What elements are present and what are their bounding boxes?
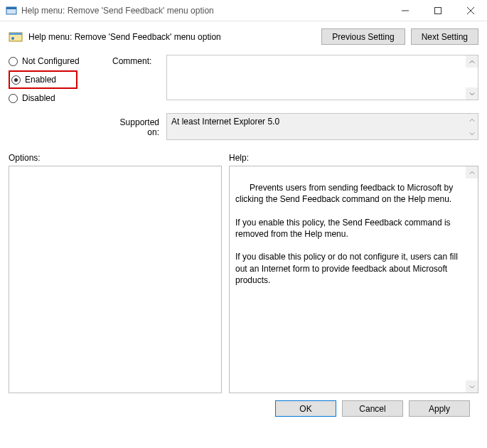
window-title: Help menu: Remove 'Send Feedback' menu o… [21, 6, 389, 16]
ok-button[interactable]: OK [275, 400, 336, 417]
radio-label: Disabled [22, 93, 55, 103]
options-label: Options: [9, 153, 222, 163]
titlebar: Help menu: Remove 'Send Feedback' menu o… [0, 0, 487, 21]
radio-icon [11, 75, 21, 85]
supported-on-label: Supported on: [112, 113, 162, 137]
minimize-button[interactable] [389, 0, 422, 21]
radio-icon [9, 57, 18, 66]
policy-icon [9, 30, 23, 44]
help-text: Prevents users from sending feedback to … [235, 183, 460, 285]
help-label: Help: [229, 153, 478, 163]
cancel-button[interactable]: Cancel [342, 400, 403, 417]
help-panel: Prevents users from sending feedback to … [229, 166, 478, 393]
policy-icon [6, 5, 17, 16]
previous-setting-button[interactable]: Previous Setting [321, 28, 405, 45]
scroll-down-icon[interactable] [466, 380, 478, 393]
supported-on-value: At least Internet Explorer 5.0 [171, 117, 279, 127]
comment-label: Comment: [112, 55, 162, 103]
scroll-up-icon[interactable] [466, 114, 478, 126]
next-setting-button[interactable]: Next Setting [411, 28, 478, 45]
scroll-down-icon[interactable] [466, 127, 478, 139]
radio-not-configured[interactable]: Not Configured [9, 56, 108, 66]
maximize-button[interactable] [422, 0, 454, 21]
svg-point-8 [11, 37, 14, 40]
page-title: Help menu: Remove 'Send Feedback' menu o… [28, 32, 316, 42]
scroll-up-icon[interactable] [466, 166, 478, 178]
supported-on-box: At least Internet Explorer 5.0 [166, 113, 478, 140]
comment-input[interactable] [166, 55, 478, 100]
scroll-down-icon[interactable] [466, 87, 478, 100]
svg-rect-1 [6, 7, 16, 9]
radio-disabled[interactable]: Disabled [9, 93, 108, 103]
svg-rect-3 [435, 7, 441, 14]
radio-enabled[interactable]: Enabled [9, 70, 77, 89]
options-panel [9, 166, 222, 393]
close-button[interactable] [454, 0, 487, 21]
radio-label: Not Configured [22, 56, 80, 66]
radio-label: Enabled [25, 75, 56, 85]
apply-button[interactable]: Apply [409, 400, 470, 417]
scroll-up-icon[interactable] [466, 55, 478, 68]
svg-rect-7 [9, 33, 22, 35]
radio-icon [9, 94, 18, 103]
